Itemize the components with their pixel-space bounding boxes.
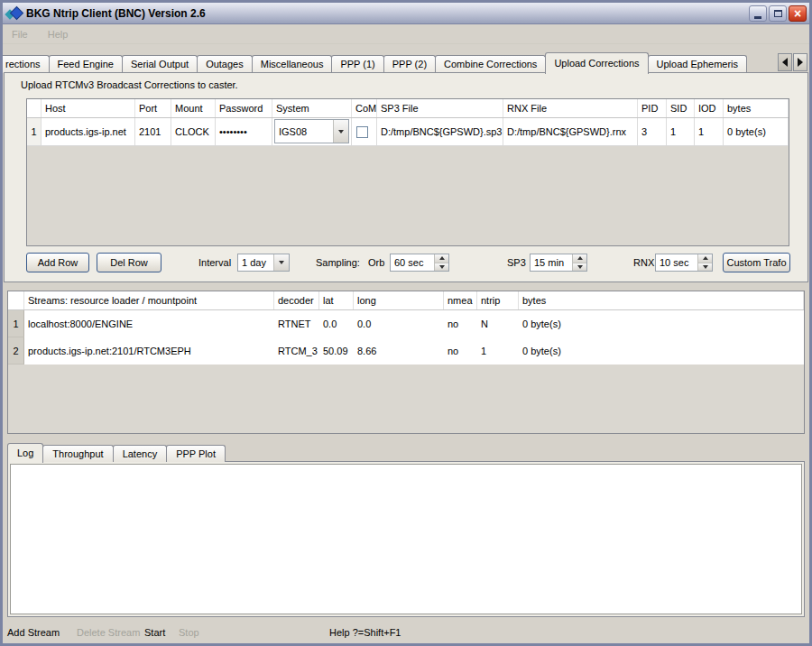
col-sid: SID	[667, 99, 695, 117]
arrow-left-icon	[782, 58, 788, 67]
tab-scroll-left-button[interactable]	[778, 53, 792, 71]
interval-dropdown-button[interactable]	[273, 254, 289, 271]
system-combobox-value: IGS08	[275, 118, 333, 145]
system-combobox[interactable]: IGS08	[274, 119, 349, 143]
sp3-file-cell[interactable]: D:/tmp/BNC${GPSWD}.sp3	[377, 118, 503, 145]
com-checkbox[interactable]	[356, 126, 368, 138]
maximize-button[interactable]	[769, 5, 787, 22]
log-output[interactable]	[10, 464, 802, 614]
stream-row[interactable]: 2 products.igs-ip.net:2101/RTCM3EPH RTCM…	[8, 337, 804, 365]
help-shortcut-label: Help ?=Shift+F1	[329, 625, 401, 640]
start-button[interactable]: Start	[144, 625, 165, 640]
sp3-spin-buttons	[572, 254, 586, 271]
bnc-window: BKG Ntrip Client (BNC) Version 2.6 × Fil…	[0, 0, 812, 646]
decoder-cell: RTCM_3	[274, 337, 319, 365]
streams-table: Streams: resource loader / mountpoint de…	[7, 291, 805, 434]
col-nmea: nmea	[444, 291, 477, 309]
streams-header: Streams: resource loader / mountpoint de…	[8, 291, 804, 310]
spin-up-button[interactable]	[698, 254, 712, 263]
rnx-file-cell[interactable]: D:/tmp/BNC${GPSWD}.rnx	[503, 118, 638, 145]
add-stream-button[interactable]: Add Stream	[7, 625, 60, 640]
titlebar[interactable]: BKG Ntrip Client (BNC) Version 2.6 ×	[3, 3, 809, 24]
spin-up-button[interactable]	[573, 254, 586, 263]
tab-ppp-2[interactable]: PPP (2)	[383, 55, 436, 73]
tab-combine-corrections[interactable]: Combine Corrections	[435, 55, 546, 73]
stream-row[interactable]: 1 localhost:8000/ENGINE RTNET 0.0 0.0 no…	[8, 310, 804, 337]
chevron-down-icon	[279, 261, 284, 264]
col-password: Password	[216, 99, 272, 117]
ntrip-cell: N	[477, 310, 519, 337]
col-decoder: decoder	[274, 291, 319, 309]
custom-trafo-button[interactable]: Custom Trafo	[723, 253, 790, 272]
arrow-up-icon	[703, 256, 708, 260]
col-bytes: bytes	[724, 99, 789, 117]
sid-cell[interactable]: 1	[667, 118, 695, 145]
spin-up-button[interactable]	[435, 254, 448, 263]
menu-file[interactable]: File	[12, 29, 28, 40]
rnx-spin-buttons	[697, 254, 712, 271]
tab-scroll-right-button[interactable]	[793, 53, 807, 71]
col-ntrip: ntrip	[477, 291, 519, 309]
upload-table-row: 1 products.igs-ip.net 2101 CLOCK •••••••…	[27, 118, 789, 146]
menubar: File Help	[3, 24, 809, 44]
mount-cell[interactable]: CLOCK	[171, 118, 216, 145]
tab-latency[interactable]: Latency	[113, 445, 168, 462]
host-cell[interactable]: products.igs-ip.net	[42, 118, 135, 145]
col-iod: IOD	[695, 99, 724, 117]
lat-cell: 50.09	[319, 337, 354, 365]
statusbar: Add Stream Delete Stream Start Stop Help…	[3, 622, 809, 643]
tab-throughput[interactable]: Throughput	[42, 445, 113, 462]
col-mountpoint: Streams: resource loader / mountpoint	[24, 291, 274, 309]
interval-combobox[interactable]: 1 day	[237, 254, 290, 272]
tab-broadcast-corrections[interactable]: rections	[3, 55, 50, 73]
stop-button[interactable]: Stop	[179, 625, 199, 640]
tab-serial-output[interactable]: Serial Output	[122, 55, 198, 73]
tab-feed-engine[interactable]: Feed Engine	[49, 55, 123, 73]
tab-log[interactable]: Log	[7, 443, 43, 463]
del-row-button[interactable]: Del Row	[97, 253, 161, 272]
bottom-tabbar: Log Throughput Latency PPP Plot	[7, 442, 225, 462]
col-lat: lat	[319, 291, 354, 309]
rnx-spinbox: 10 sec	[655, 254, 713, 272]
minimize-button[interactable]	[749, 5, 767, 22]
col-rnx-file: RNX File	[503, 99, 638, 117]
add-row-button[interactable]: Add Row	[26, 253, 89, 272]
spin-down-button[interactable]	[435, 263, 448, 272]
arrow-right-icon	[798, 58, 803, 67]
mountpoint-cell: localhost:8000/ENGINE	[24, 310, 274, 337]
corner-header	[8, 291, 24, 309]
col-host: Host	[42, 99, 135, 117]
nmea-cell: no	[444, 337, 477, 365]
close-icon: ×	[794, 7, 801, 20]
port-cell[interactable]: 2101	[135, 118, 171, 145]
iod-cell[interactable]: 1	[695, 118, 724, 145]
long-cell: 0.0	[354, 310, 444, 337]
pid-cell[interactable]: 3	[638, 118, 667, 145]
menu-help[interactable]: Help	[48, 29, 69, 40]
orb-spinbox-value[interactable]: 60 sec	[391, 254, 434, 271]
bytes-cell: 0 byte(s)	[724, 118, 789, 145]
tab-ppp-1[interactable]: PPP (1)	[331, 55, 383, 73]
arrow-down-icon	[577, 265, 583, 269]
row-number: 1	[27, 118, 42, 145]
bytes-cell: 0 byte(s)	[519, 310, 804, 337]
arrow-up-icon	[439, 256, 445, 260]
col-long: long	[354, 291, 444, 309]
tab-outages[interactable]: Outages	[197, 55, 253, 73]
orb-spin-buttons	[434, 254, 448, 271]
tab-upload-corrections[interactable]: Upload Corrections	[545, 52, 648, 74]
spin-down-button[interactable]	[573, 263, 586, 272]
close-button[interactable]: ×	[789, 5, 807, 22]
rnx-spinbox-value[interactable]: 10 sec	[656, 254, 697, 271]
pane-description: Upload RTCMv3 Broadcast Corrections to c…	[21, 79, 238, 90]
spin-down-button[interactable]	[698, 263, 712, 272]
sp3-spinbox-value[interactable]: 15 min	[531, 254, 572, 271]
tab-miscellaneous[interactable]: Miscellaneous	[252, 55, 333, 73]
tab-upload-ephemeris[interactable]: Upload Ephemeris	[648, 55, 748, 73]
col-pid: PID	[638, 99, 667, 117]
delete-stream-button[interactable]: Delete Stream	[77, 625, 140, 640]
tab-ppp-plot[interactable]: PPP Plot	[166, 445, 226, 462]
password-cell[interactable]: ••••••••	[216, 118, 272, 145]
main-tabbar: rections Feed Engine Serial Output Outag…	[3, 51, 809, 73]
combo-dropdown-button[interactable]	[333, 120, 348, 143]
